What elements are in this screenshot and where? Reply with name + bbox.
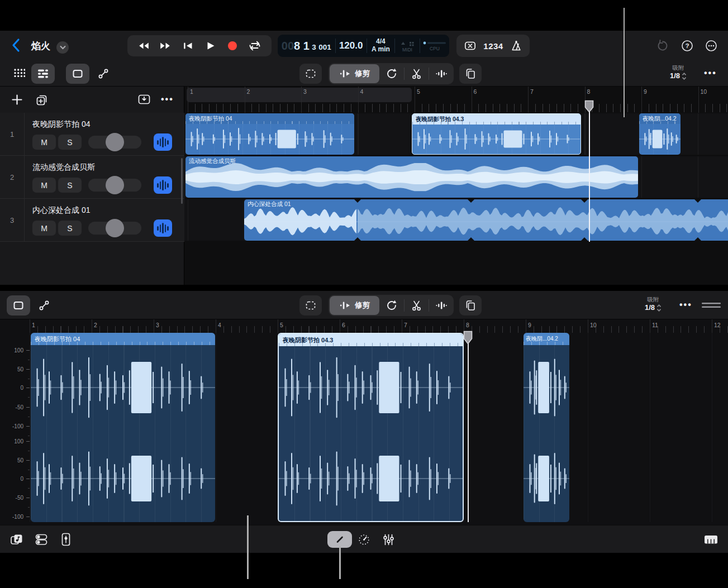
metronome-icon[interactable] (510, 40, 522, 52)
editor-playhead-handle[interactable] (463, 331, 473, 345)
automation-mode-button[interactable] (92, 64, 115, 84)
fader-button[interactable] (60, 532, 72, 547)
region-header[interactable]: 夜晚阴影节拍 04.3 (412, 114, 581, 125)
track-row-1[interactable]: 1 夜晚阴影节拍 04 M S (0, 113, 184, 156)
loop-browser-button[interactable] (10, 533, 24, 546)
back-chevron-icon (10, 38, 22, 52)
region-waveform (412, 125, 580, 154)
mute-button[interactable]: M (32, 135, 56, 150)
audio-track-icon-button[interactable] (154, 176, 172, 194)
region-header[interactable]: 夜晚阴...04.2 (639, 113, 681, 124)
track-name[interactable]: 内心深处合成 01 (32, 205, 90, 216)
fast-forward-button[interactable] (159, 40, 172, 52)
help-button[interactable]: ? (681, 39, 694, 52)
cycle-range-band[interactable] (187, 88, 412, 102)
arrange-more-button[interactable]: ••• (704, 68, 717, 78)
playhead-line[interactable] (589, 101, 590, 242)
editor-fade-tool-button[interactable] (429, 295, 454, 316)
audio-region-track3[interactable]: 内心深处合成 01 (244, 199, 728, 241)
volume-knob[interactable] (106, 219, 124, 237)
record-button[interactable] (226, 40, 239, 52)
editor-snap-control[interactable]: 吸附 1/8 (637, 296, 669, 312)
region-header[interactable]: 夜晚阴影节拍 04.3 (279, 334, 463, 346)
region-header[interactable]: 夜晚阴影节拍 04 (185, 113, 354, 124)
mute-button[interactable]: M (32, 178, 56, 193)
editor-region-a[interactable]: 夜晚阴影节拍 04 (31, 333, 215, 522)
solo-button[interactable]: S (58, 221, 82, 236)
paste-button[interactable] (459, 64, 482, 84)
track-volume-slider[interactable] (88, 222, 141, 235)
track-import-button[interactable] (137, 93, 151, 106)
audio-region-track1-b-selected[interactable]: 夜晚阴影节拍 04.3 (412, 113, 581, 155)
more-button[interactable] (705, 39, 718, 52)
tracks-view-button[interactable] (31, 64, 55, 84)
solo-button[interactable]: S (58, 135, 82, 150)
snap-control[interactable]: 吸附 1/8 (662, 64, 694, 80)
rewind-button[interactable] (137, 40, 150, 52)
keyboard-button[interactable] (703, 533, 719, 546)
track-row-2[interactable]: 2 流动感觉合成贝斯 M S (0, 156, 184, 199)
erase-icon[interactable] (464, 40, 477, 52)
title-menu-button[interactable] (56, 41, 69, 54)
region-header[interactable]: 夜晚阴...04.2 (524, 333, 569, 345)
split-tool-button[interactable] (405, 63, 429, 84)
editor-region-c[interactable]: 夜晚阴...04.2 (524, 333, 569, 522)
editor-marquee-tool-button[interactable] (299, 295, 322, 315)
go-to-beginning-button[interactable] (182, 40, 194, 52)
editor-automation-mode-button[interactable] (32, 295, 56, 315)
solo-button[interactable]: S (58, 178, 82, 193)
track-volume-slider[interactable] (88, 179, 141, 192)
track-volume-slider[interactable] (88, 136, 141, 149)
region-header[interactable]: 夜晚阴影节拍 04 (31, 333, 215, 345)
regions-mode-button[interactable] (66, 64, 89, 84)
live-loops-grid-button[interactable] (8, 64, 30, 84)
lcd-display[interactable]: 008 1 3 001 120.0 4/4 A min MIDI CPU (278, 35, 449, 57)
editor-tool-segmented-control: 修剪 (329, 295, 454, 316)
ruler-bar-number: 10 (698, 88, 707, 95)
editor-more-button[interactable]: ••• (679, 300, 692, 310)
arrange-ruler[interactable]: 12345678910 (184, 87, 728, 113)
sliders-button[interactable] (382, 533, 395, 546)
audio-track-icon-button[interactable] (154, 133, 172, 151)
fade-tool-button[interactable] (429, 63, 454, 84)
project-title[interactable]: 焰火 (31, 40, 50, 52)
editor-playhead-line[interactable] (468, 333, 469, 522)
mute-button[interactable]: M (32, 221, 56, 236)
add-track-button[interactable] (11, 93, 23, 106)
editor-trim-tool-button[interactable]: 修剪 (330, 296, 379, 315)
editor-resize-handle[interactable] (702, 302, 721, 309)
editor-region-b-selected[interactable]: 夜晚阴影节拍 04.3 (278, 333, 464, 522)
volume-knob[interactable] (106, 176, 124, 194)
editor-regions-mode-button[interactable] (7, 295, 30, 315)
ruler-bar-number: 7 (528, 88, 534, 95)
track-scrollbar[interactable] (181, 158, 183, 204)
audio-track-icon-button[interactable] (154, 219, 172, 237)
cycle-button[interactable] (248, 40, 261, 52)
marquee-tool-button[interactable] (299, 64, 322, 84)
tuner-dial-button[interactable] (358, 533, 370, 546)
trim-tool-button[interactable]: 修剪 (330, 64, 379, 83)
duplicate-track-button[interactable] (35, 93, 49, 106)
volume-knob[interactable] (106, 133, 124, 151)
track-name[interactable]: 夜晚阴影节拍 04 (32, 119, 90, 130)
ruler-bar-number: 4 (358, 88, 364, 95)
back-button[interactable] (10, 36, 25, 55)
axis-tick (26, 498, 30, 498)
editor-split-tool-button[interactable] (405, 295, 429, 316)
playhead-handle[interactable] (584, 100, 594, 113)
loop-tool-button[interactable] (379, 63, 404, 84)
audio-region-track2[interactable]: 流动感觉合成贝斯 (185, 156, 638, 198)
undo-button[interactable] (656, 39, 669, 52)
play-button[interactable] (204, 40, 216, 52)
audio-region-track1-c[interactable]: 夜晚阴...04.2 (639, 113, 681, 155)
track-name[interactable]: 流动感觉合成贝斯 (32, 162, 95, 173)
editor-loop-tool-button[interactable] (379, 295, 404, 316)
audio-region-track1-a[interactable]: 夜晚阴影节拍 04 (185, 113, 354, 155)
editor-paste-button[interactable] (459, 295, 482, 315)
edit-pencil-button[interactable] (327, 531, 352, 548)
track-row-3[interactable]: 3 内心深处合成 01 M S (0, 199, 184, 242)
axis-tick (26, 441, 30, 442)
controls-toggles-button[interactable] (35, 533, 48, 546)
count-in-button[interactable]: 1234 (483, 41, 503, 51)
track-header-more-button[interactable]: ••• (161, 94, 174, 104)
